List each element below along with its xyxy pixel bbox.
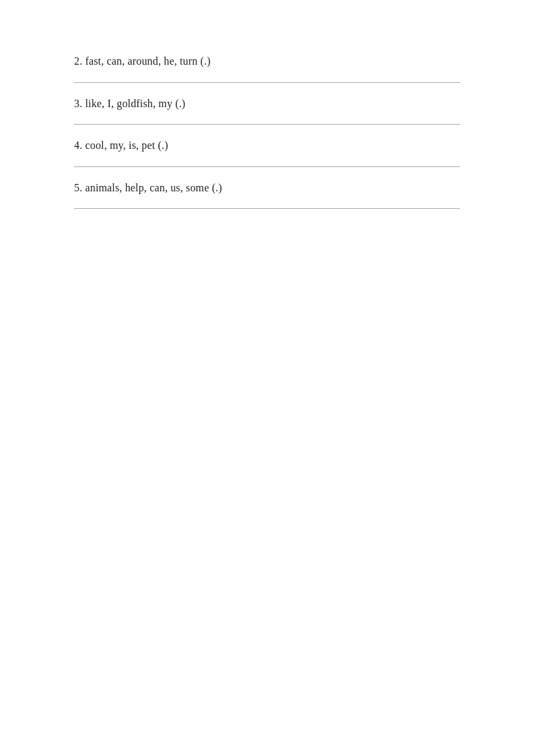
- exercise-list: 2. fast, can, around, he, turn (.)3. lik…: [74, 40, 460, 209]
- exercise-item-3: 4. cool, my, is, pet (.): [74, 125, 460, 166]
- exercise-text-1: 2. fast, can, around, he, turn (.): [74, 53, 460, 70]
- exercise-text-4: 5. animals, help, can, us, some (.): [74, 179, 460, 197]
- exercise-item-1: 2. fast, can, around, he, turn (.): [74, 40, 460, 82]
- page: 2. fast, can, around, he, turn (.)3. lik…: [0, 0, 534, 756]
- exercise-item-4: 5. animals, help, can, us, some (.): [74, 167, 460, 209]
- exercise-text-2: 3. like, I, goldfish, my (.): [74, 95, 460, 113]
- divider-4: [74, 208, 460, 209]
- exercise-text-3: 4. cool, my, is, pet (.): [74, 137, 460, 154]
- exercise-item-2: 3. like, I, goldfish, my (.): [74, 83, 460, 125]
